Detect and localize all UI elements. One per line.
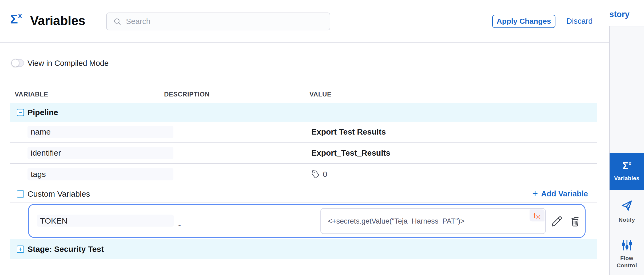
token-value-expression: <+secrets.getValue("Teja_Harness_PAT")> — [328, 217, 464, 225]
sliders-icon — [621, 239, 633, 251]
tags-value: 0 — [311, 170, 327, 179]
variables-sigma-icon: Σx — [10, 13, 21, 26]
variable-name-chip: name — [27, 126, 173, 138]
variable-name-chip: tags — [27, 168, 173, 180]
fx-f: f — [534, 212, 535, 219]
sidebar-item-flow-control[interactable]: Flow Control — [610, 239, 644, 269]
token-name-chip: TOKEN — [37, 215, 174, 227]
column-header-description: DESCRIPTION — [164, 91, 210, 98]
variable-value: Export Test Results — [311, 127, 386, 136]
edit-pencil-icon[interactable] — [551, 216, 562, 227]
token-description: - — [178, 221, 181, 230]
token-variable-card: TOKEN - <+secrets.getValue("Teja_Harness… — [28, 204, 586, 238]
toggle-knob — [11, 59, 19, 67]
studio-right-sidebar: Σx Variables Notify Flow Control — [610, 26, 644, 275]
token-name-text: TOKEN — [40, 216, 67, 225]
screen: Σx Variables Apply Changes Discard View … — [0, 0, 644, 275]
add-variable-label: Add Variable — [541, 189, 588, 198]
variable-name-text: identifier — [31, 148, 61, 157]
delete-trash-icon[interactable] — [570, 216, 581, 227]
variable-name-chip: identifier — [27, 147, 173, 159]
compiled-mode-toggle[interactable] — [11, 59, 24, 67]
stage-section-row[interactable]: + Stage: Security Test — [10, 239, 597, 259]
table-row-identifier: identifier Export_Test_Results — [10, 143, 597, 164]
variable-name-text: name — [31, 127, 51, 136]
variables-drawer: Σx Variables Apply Changes Discard View … — [0, 0, 609, 275]
pipeline-section-row[interactable]: − Pipeline — [10, 103, 597, 122]
collapse-pipeline-icon[interactable]: − — [17, 109, 24, 116]
history-link-fragment[interactable]: story — [609, 10, 643, 19]
pipeline-section-title: Pipeline — [27, 108, 58, 117]
plus-icon: + — [532, 189, 538, 198]
page-title: Variables — [30, 13, 85, 28]
token-variable-row: TOKEN - <+secrets.getValue("Teja_Harness… — [10, 203, 597, 239]
sidebar-item-label: Variables — [614, 175, 639, 182]
column-header-variable: VARIABLE — [15, 91, 48, 98]
variables-table: − Pipeline name Export Test Results iden… — [10, 103, 597, 259]
custom-variables-section-row: − Custom Variables + Add Variable — [10, 185, 597, 203]
search-input[interactable] — [126, 17, 318, 26]
search-icon — [113, 17, 122, 26]
discard-button[interactable]: Discard — [566, 17, 593, 26]
tag-icon — [311, 169, 320, 179]
stage-section-title: Stage: Security Test — [27, 245, 104, 254]
token-value-input[interactable]: <+secrets.getValue("Teja_Harness_PAT")> … — [320, 208, 546, 234]
table-row-name: name Export Test Results — [10, 122, 597, 143]
sidebar-item-notify[interactable]: Notify — [610, 200, 644, 223]
sigma-x-icon: Σx — [622, 161, 631, 171]
sidebar-item-label: Flow Control — [614, 254, 640, 269]
drawer-header: Σx Variables Apply Changes Discard — [0, 0, 609, 43]
fx-sub: (x) — [535, 215, 540, 219]
add-variable-button[interactable]: + Add Variable — [532, 189, 588, 199]
expand-stage-icon[interactable]: + — [17, 246, 24, 253]
sidebar-item-label: Notify — [619, 216, 635, 223]
custom-variables-section-title: Custom Variables — [27, 189, 90, 199]
compiled-mode-label: View in Compiled Mode — [27, 59, 109, 68]
collapse-custom-variables-icon[interactable]: − — [17, 190, 24, 197]
table-row-tags: tags 0 — [10, 164, 597, 185]
apply-changes-button[interactable]: Apply Changes — [492, 15, 555, 28]
variable-name-text: tags — [31, 170, 46, 179]
variable-value: Export_Test_Results — [311, 148, 390, 157]
expression-fx-badge[interactable]: f(x) — [530, 209, 544, 221]
paper-plane-icon — [620, 199, 634, 213]
column-header-value: VALUE — [309, 91, 332, 98]
search-box — [106, 13, 330, 30]
tags-count: 0 — [323, 170, 327, 179]
sidebar-item-variables[interactable]: Σx Variables — [610, 153, 644, 190]
